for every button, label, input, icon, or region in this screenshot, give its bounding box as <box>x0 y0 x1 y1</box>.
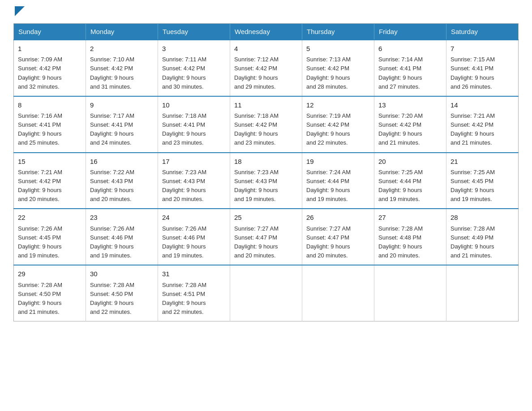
weekday-header-friday: Friday <box>374 24 446 40</box>
weekday-header-row: SundayMondayTuesdayWednesdayThursdayFrid… <box>14 24 519 40</box>
day-number: 17 <box>162 156 226 167</box>
day-number: 25 <box>234 212 298 223</box>
calendar-cell: 14Sunrise: 7:21 AMSunset: 4:42 PMDayligh… <box>446 96 519 153</box>
day-number: 11 <box>234 100 298 110</box>
day-info: Sunrise: 7:09 AMSunset: 4:42 PMDaylight:… <box>18 56 62 90</box>
day-info: Sunrise: 7:12 AMSunset: 4:42 PMDaylight:… <box>234 56 279 90</box>
day-info: Sunrise: 7:11 AMSunset: 4:42 PMDaylight:… <box>162 56 206 90</box>
day-number: 26 <box>306 212 370 223</box>
day-number: 4 <box>234 43 298 54</box>
day-number: 21 <box>450 156 514 167</box>
day-info: Sunrise: 7:20 AMSunset: 4:42 PMDaylight:… <box>378 112 423 146</box>
calendar-cell: 2Sunrise: 7:10 AMSunset: 4:42 PMDaylight… <box>86 40 158 96</box>
week-row-1: 1Sunrise: 7:09 AMSunset: 4:42 PMDaylight… <box>14 40 519 96</box>
day-number: 23 <box>90 212 154 223</box>
day-number: 20 <box>378 156 442 167</box>
day-info: Sunrise: 7:24 AMSunset: 4:44 PMDaylight:… <box>306 169 351 202</box>
calendar-table: SundayMondayTuesdayWednesdayThursdayFrid… <box>13 23 519 321</box>
day-info: Sunrise: 7:27 AMSunset: 4:47 PMDaylight:… <box>234 225 279 259</box>
calendar-cell <box>230 265 302 321</box>
calendar-cell: 7Sunrise: 7:15 AMSunset: 4:41 PMDaylight… <box>446 40 519 96</box>
calendar-cell: 12Sunrise: 7:19 AMSunset: 4:42 PMDayligh… <box>302 96 374 153</box>
day-number: 27 <box>378 212 442 223</box>
calendar-cell: 20Sunrise: 7:25 AMSunset: 4:44 PMDayligh… <box>374 153 446 209</box>
day-info: Sunrise: 7:19 AMSunset: 4:42 PMDaylight:… <box>306 112 351 146</box>
day-number: 1 <box>18 43 82 54</box>
day-number: 24 <box>162 212 226 223</box>
day-info: Sunrise: 7:28 AMSunset: 4:49 PMDaylight:… <box>450 225 495 259</box>
day-info: Sunrise: 7:18 AMSunset: 4:41 PMDaylight:… <box>162 112 206 146</box>
day-number: 8 <box>18 100 82 110</box>
day-number: 3 <box>162 43 226 54</box>
day-info: Sunrise: 7:10 AMSunset: 4:42 PMDaylight:… <box>90 56 134 90</box>
calendar-cell: 28Sunrise: 7:28 AMSunset: 4:49 PMDayligh… <box>446 209 519 265</box>
day-number: 6 <box>378 43 442 54</box>
day-number: 14 <box>450 100 514 110</box>
day-number: 13 <box>378 100 442 110</box>
day-info: Sunrise: 7:17 AMSunset: 4:41 PMDaylight:… <box>90 112 134 146</box>
day-info: Sunrise: 7:28 AMSunset: 4:50 PMDaylight:… <box>90 282 134 315</box>
calendar-cell: 6Sunrise: 7:14 AMSunset: 4:41 PMDaylight… <box>374 40 446 96</box>
day-number: 31 <box>162 269 226 279</box>
calendar-cell <box>446 265 519 321</box>
day-info: Sunrise: 7:13 AMSunset: 4:42 PMDaylight:… <box>306 56 351 90</box>
day-info: Sunrise: 7:27 AMSunset: 4:47 PMDaylight:… <box>306 225 351 259</box>
day-info: Sunrise: 7:15 AMSunset: 4:41 PMDaylight:… <box>450 56 495 90</box>
calendar-cell: 11Sunrise: 7:18 AMSunset: 4:42 PMDayligh… <box>230 96 302 153</box>
day-info: Sunrise: 7:28 AMSunset: 4:51 PMDaylight:… <box>162 282 206 315</box>
day-info: Sunrise: 7:26 AMSunset: 4:45 PMDaylight:… <box>18 225 62 259</box>
day-number: 12 <box>306 100 370 110</box>
calendar-cell: 24Sunrise: 7:26 AMSunset: 4:46 PMDayligh… <box>158 209 230 265</box>
calendar-cell <box>302 265 374 321</box>
day-info: Sunrise: 7:16 AMSunset: 4:41 PMDaylight:… <box>18 112 62 146</box>
logo-arrow-icon <box>15 6 25 16</box>
logo <box>13 9 25 15</box>
day-number: 18 <box>234 156 298 167</box>
day-number: 16 <box>90 156 154 167</box>
calendar-cell: 17Sunrise: 7:23 AMSunset: 4:43 PMDayligh… <box>158 153 230 209</box>
svg-marker-0 <box>15 6 25 16</box>
weekday-header-monday: Monday <box>86 24 158 40</box>
calendar-cell: 10Sunrise: 7:18 AMSunset: 4:41 PMDayligh… <box>158 96 230 153</box>
calendar-cell <box>374 265 446 321</box>
day-number: 2 <box>90 43 154 54</box>
day-info: Sunrise: 7:28 AMSunset: 4:48 PMDaylight:… <box>378 225 423 259</box>
calendar-cell: 29Sunrise: 7:28 AMSunset: 4:50 PMDayligh… <box>14 265 86 321</box>
day-info: Sunrise: 7:28 AMSunset: 4:50 PMDaylight:… <box>18 282 62 315</box>
calendar-cell: 26Sunrise: 7:27 AMSunset: 4:47 PMDayligh… <box>302 209 374 265</box>
calendar-cell: 8Sunrise: 7:16 AMSunset: 4:41 PMDaylight… <box>14 96 86 153</box>
day-info: Sunrise: 7:23 AMSunset: 4:43 PMDaylight:… <box>162 169 206 202</box>
day-number: 10 <box>162 100 226 110</box>
weekday-header-saturday: Saturday <box>446 24 519 40</box>
calendar-cell: 9Sunrise: 7:17 AMSunset: 4:41 PMDaylight… <box>86 96 158 153</box>
calendar-cell: 25Sunrise: 7:27 AMSunset: 4:47 PMDayligh… <box>230 209 302 265</box>
day-number: 30 <box>90 269 154 279</box>
weekday-header-thursday: Thursday <box>302 24 374 40</box>
week-row-4: 22Sunrise: 7:26 AMSunset: 4:45 PMDayligh… <box>14 209 519 265</box>
calendar-cell: 4Sunrise: 7:12 AMSunset: 4:42 PMDaylight… <box>230 40 302 96</box>
page-header <box>13 9 519 15</box>
day-info: Sunrise: 7:21 AMSunset: 4:42 PMDaylight:… <box>18 169 62 202</box>
week-row-2: 8Sunrise: 7:16 AMSunset: 4:41 PMDaylight… <box>14 96 519 153</box>
calendar-cell: 23Sunrise: 7:26 AMSunset: 4:46 PMDayligh… <box>86 209 158 265</box>
calendar-cell: 30Sunrise: 7:28 AMSunset: 4:50 PMDayligh… <box>86 265 158 321</box>
day-info: Sunrise: 7:18 AMSunset: 4:42 PMDaylight:… <box>234 112 279 146</box>
calendar-cell: 31Sunrise: 7:28 AMSunset: 4:51 PMDayligh… <box>158 265 230 321</box>
day-number: 29 <box>18 269 82 279</box>
calendar-cell: 18Sunrise: 7:23 AMSunset: 4:43 PMDayligh… <box>230 153 302 209</box>
week-row-3: 15Sunrise: 7:21 AMSunset: 4:42 PMDayligh… <box>14 153 519 209</box>
calendar-cell: 1Sunrise: 7:09 AMSunset: 4:42 PMDaylight… <box>14 40 86 96</box>
calendar-cell: 15Sunrise: 7:21 AMSunset: 4:42 PMDayligh… <box>14 153 86 209</box>
day-info: Sunrise: 7:25 AMSunset: 4:45 PMDaylight:… <box>450 169 495 202</box>
calendar-cell: 13Sunrise: 7:20 AMSunset: 4:42 PMDayligh… <box>374 96 446 153</box>
weekday-header-tuesday: Tuesday <box>158 24 230 40</box>
day-number: 22 <box>18 212 82 223</box>
calendar-cell: 16Sunrise: 7:22 AMSunset: 4:43 PMDayligh… <box>86 153 158 209</box>
weekday-header-wednesday: Wednesday <box>230 24 302 40</box>
week-row-5: 29Sunrise: 7:28 AMSunset: 4:50 PMDayligh… <box>14 265 519 321</box>
day-number: 19 <box>306 156 370 167</box>
day-number: 5 <box>306 43 370 54</box>
day-info: Sunrise: 7:21 AMSunset: 4:42 PMDaylight:… <box>450 112 495 146</box>
weekday-header-sunday: Sunday <box>14 24 86 40</box>
day-info: Sunrise: 7:25 AMSunset: 4:44 PMDaylight:… <box>378 169 423 202</box>
